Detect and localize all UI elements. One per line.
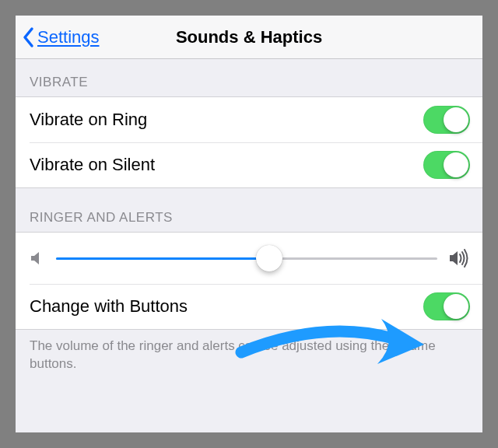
volume-low-icon <box>30 250 45 267</box>
toggle-vibrate-on-ring[interactable] <box>423 106 470 134</box>
section-footer-ringer: The volume of the ringer and alerts can … <box>16 330 482 384</box>
row-label: Vibrate on Silent <box>30 155 423 175</box>
back-label: Settings <box>37 27 100 47</box>
row-vibrate-on-ring: Vibrate on Ring <box>16 97 482 142</box>
volume-slider[interactable] <box>56 244 437 272</box>
row-label: Change with Buttons <box>30 296 423 317</box>
group-vibrate: Vibrate on Ring Vibrate on Silent <box>16 96 482 188</box>
toggle-change-with-buttons[interactable] <box>423 292 470 320</box>
section-header-ringer: RINGER AND ALERTS <box>16 188 482 232</box>
nav-bar: Settings Sounds & Haptics <box>16 16 482 59</box>
row-change-with-buttons: Change with Buttons <box>16 284 482 329</box>
section-header-vibrate: VIBRATE <box>16 59 482 96</box>
toggle-vibrate-on-silent[interactable] <box>423 151 470 179</box>
row-volume-slider <box>16 233 482 284</box>
row-label: Vibrate on Ring <box>30 110 423 130</box>
settings-screen: Settings Sounds & Haptics VIBRATE Vibrat… <box>16 16 482 432</box>
volume-high-icon <box>448 249 470 268</box>
chevron-left-icon <box>22 26 36 48</box>
group-ringer: Change with Buttons <box>16 232 482 330</box>
back-button[interactable]: Settings <box>16 26 100 48</box>
row-vibrate-on-silent: Vibrate on Silent <box>16 142 482 187</box>
